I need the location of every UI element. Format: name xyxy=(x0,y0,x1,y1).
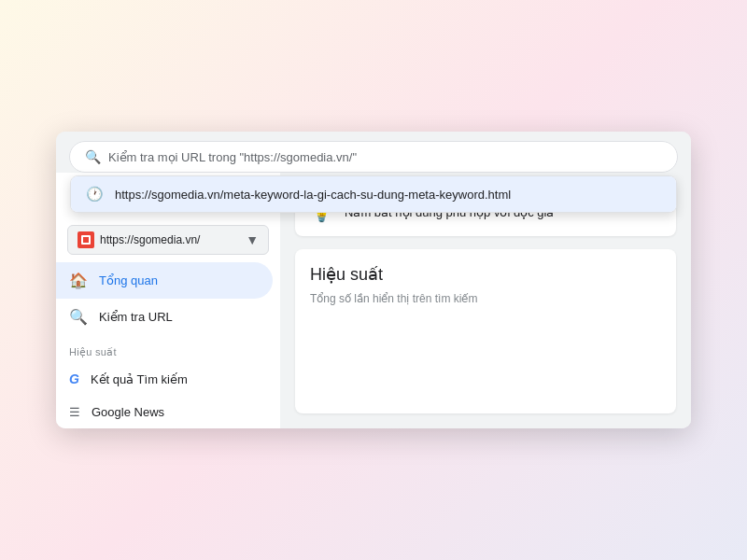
search-bar-text: Kiểm tra mọi URL trong "https://sgomedia… xyxy=(108,150,662,164)
search-dropdown: 🕐 https://sgomedia.vn/meta-keyword-la-gi… xyxy=(70,175,677,213)
performance-card: Hiệu suất Tổng số lần hiển thị trên tìm … xyxy=(295,249,676,413)
sidebar-item-url-check[interactable]: 🔍 Kiểm tra URL xyxy=(56,299,273,335)
dropdown-item[interactable]: 🕐 https://sgomedia.vn/meta-keyword-la-gi… xyxy=(71,176,676,212)
nav-section-performance: Hiệu suất xyxy=(56,335,280,362)
property-icon xyxy=(78,231,94,248)
property-url: https://sgomedia.vn/ xyxy=(100,233,240,246)
performance-title: Hiệu suất xyxy=(310,264,661,285)
property-selector[interactable]: https://sgomedia.vn/ ▼ xyxy=(67,225,269,255)
home-icon: 🏠 xyxy=(69,272,88,289)
dropdown-url-text: https://sgomedia.vn/meta-keyword-la-gi-c… xyxy=(115,188,511,202)
sidebar-item-overview[interactable]: 🏠 Tổng quan xyxy=(56,262,273,299)
sidebar-item-label: Google News xyxy=(92,405,164,419)
news-icon: ☰ xyxy=(69,405,80,419)
sidebar-item-label: Kết quả Tìm kiếm xyxy=(91,372,188,386)
clock-icon: 🕐 xyxy=(86,186,104,203)
performance-subtitle: Tổng số lần hiển thị trên tìm kiếm xyxy=(310,292,661,305)
sidebar-item-label: Tổng quan xyxy=(99,273,158,287)
search-icon: 🔍 xyxy=(85,149,101,164)
sidebar-item-google-news[interactable]: ☰ Google News xyxy=(56,396,273,428)
browser-window: 🔍 Kiểm tra mọi URL trong "https://sgomed… xyxy=(56,132,691,428)
browser-toolbar: 🔍 Kiểm tra mọi URL trong "https://sgomed… xyxy=(56,132,691,173)
url-search-bar[interactable]: 🔍 Kiểm tra mọi URL trong "https://sgomed… xyxy=(69,141,678,173)
search-url-icon: 🔍 xyxy=(69,308,88,326)
sidebar-item-search-results[interactable]: G Kết quả Tìm kiếm xyxy=(56,362,273,396)
google-g-icon: G xyxy=(69,371,79,386)
property-arrow-icon: ▼ xyxy=(246,232,259,247)
property-icon-inner xyxy=(81,235,91,245)
sidebar-item-label: Kiểm tra URL xyxy=(99,310,173,324)
